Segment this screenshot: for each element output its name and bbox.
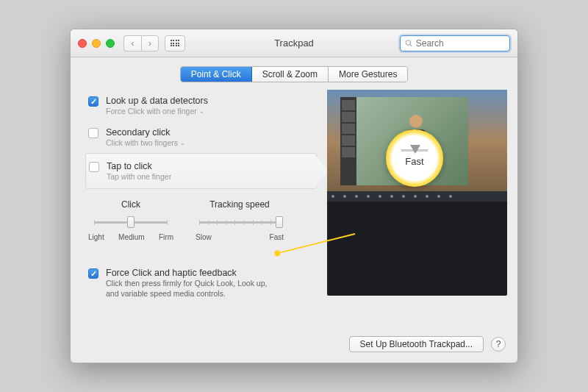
close-button[interactable] [78,39,87,48]
checkbox-secondary[interactable] [88,128,98,138]
search-input[interactable] [416,38,505,49]
setup-bluetooth-button[interactable]: Set Up Bluetooth Trackpad... [349,336,484,352]
preview-panel: Fast [327,90,507,327]
click-slider[interactable] [94,215,168,229]
tab-bar: Point & Click Scroll & Zoom More Gesture… [71,57,517,90]
slider-label: Light [88,233,104,241]
window-controls [78,39,115,48]
tab-more-gestures[interactable]: More Gestures [329,67,407,82]
help-button[interactable]: ? [491,337,506,352]
chevron-down-icon: ⌄ [180,140,185,146]
checkbox-tap[interactable] [89,162,99,172]
option-force-click[interactable]: Force Click and haptic feedback Click th… [85,262,317,304]
slider-label: Firm [159,233,173,241]
tab-scroll-zoom[interactable]: Scroll & Zoom [252,67,329,82]
titlebar: ‹ › Trackpad [71,29,517,57]
slider-title: Click [121,199,140,210]
option-secondary-click[interactable]: Secondary click Click with two fingers⌄ [85,121,317,153]
option-label: Force Click and haptic feedback [106,268,275,278]
option-sublabel: Tap with one finger [107,172,171,181]
nav-buttons: ‹ › [123,35,159,51]
chevron-right-icon: › [148,38,151,49]
option-tap-to-click[interactable]: Tap to click Tap with one finger [85,153,317,189]
forward-button[interactable]: › [141,35,159,51]
minimize-button[interactable] [92,39,101,48]
checkbox-lookup[interactable] [88,96,98,107]
tracking-slider[interactable] [199,215,280,229]
zoom-button[interactable] [106,39,115,48]
click-slider-block: Click Light Medium Firm [88,199,173,241]
callout-magnifier: Fast [386,129,443,187]
option-label: Look up & data detectors [106,96,208,106]
option-sublabel[interactable]: Force Click with one finger⌄ [106,107,208,115]
options-panel: Look up & data detectors Force Click wit… [85,90,317,327]
slider-label: Medium [118,233,145,241]
option-description: Click then press firmly for Quick Look, … [106,279,275,299]
option-lookup[interactable]: Look up & data detectors Force Click wit… [85,90,317,121]
trackpad-preview: Fast [327,90,507,296]
back-button[interactable]: ‹ [123,35,141,51]
content-area: Look up & data detectors Force Click wit… [71,90,517,327]
preferences-window: ‹ › Trackpad Point & Click Scroll & Zoom… [70,29,518,363]
footer: Set Up Bluetooth Trackpad... ? [71,327,517,363]
sliders-row: Click Light Medium Firm Tracking spe [85,199,317,241]
option-label: Tap to click [107,161,171,171]
chevron-left-icon: ‹ [132,38,135,49]
tracking-slider-block: Tracking speed Slow Fast [196,199,284,241]
checkbox-force-click[interactable] [88,268,98,279]
tabs: Point & Click Scroll & Zoom More Gesture… [180,66,409,82]
search-field[interactable] [400,35,510,51]
tab-point-click[interactable]: Point & Click [181,67,252,82]
slider-thumb-icon [410,145,420,154]
callout-label: Fast [405,156,423,167]
slider-label: Fast [270,233,284,241]
option-sublabel[interactable]: Click with two fingers⌄ [106,138,185,147]
chevron-down-icon: ⌄ [199,108,204,115]
search-icon [405,39,413,48]
slider-label: Slow [196,233,212,241]
option-label: Secondary click [106,127,185,138]
grid-icon [171,40,180,46]
slider-title: Tracking speed [209,199,270,210]
show-all-button[interactable] [165,35,185,51]
